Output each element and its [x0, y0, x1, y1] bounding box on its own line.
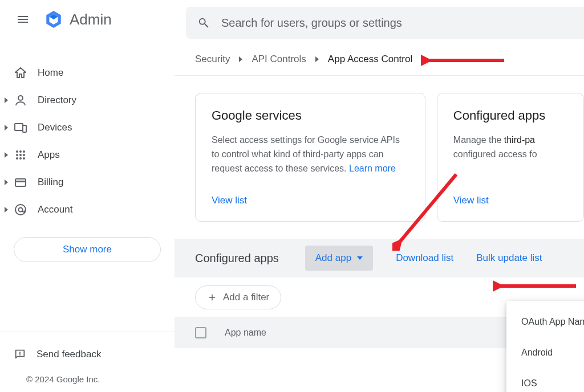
svg-rect-5	[23, 125, 26, 132]
card-configured-apps: Configured apps Manage the third-pa conf…	[437, 93, 584, 222]
view-list-link[interactable]: View list	[212, 175, 409, 206]
select-all-checkbox[interactable]	[195, 327, 206, 338]
svg-rect-15	[15, 179, 26, 186]
menu-item-ios[interactable]: IOS	[506, 368, 584, 392]
add-filter-button[interactable]: Add a filter	[195, 285, 281, 309]
sidebar-item-account[interactable]: Account	[5, 196, 170, 223]
svg-point-11	[23, 154, 25, 156]
send-feedback-button[interactable]: Send feedback	[14, 348, 161, 361]
sidebar: Home Directory Devices Apps Billing	[0, 39, 175, 392]
devices-icon	[14, 121, 27, 134]
chevron-right-icon	[3, 122, 9, 133]
sidebar-item-label: Account	[38, 204, 72, 215]
home-icon	[14, 66, 27, 80]
svg-point-17	[15, 205, 26, 215]
card-google-services: Google services Select access settings f…	[195, 93, 425, 222]
svg-point-9	[16, 154, 18, 156]
view-list-link[interactable]: View list	[453, 175, 567, 206]
chevron-right-icon	[3, 177, 9, 188]
sidebar-item-apps[interactable]: Apps	[5, 141, 170, 169]
svg-rect-20	[19, 354, 21, 356]
feedback-label: Send feedback	[36, 349, 101, 360]
svg-rect-16	[15, 181, 26, 182]
configured-apps-title: Configured apps	[195, 252, 279, 265]
svg-rect-19	[19, 352, 21, 354]
caret-down-icon	[357, 256, 363, 260]
app-title: Admin	[70, 11, 112, 28]
at-icon	[14, 203, 27, 217]
breadcrumb-security[interactable]: Security	[195, 54, 230, 65]
add-filter-label: Add a filter	[223, 292, 269, 303]
download-list-link[interactable]: Download list	[396, 252, 453, 264]
admin-logo-icon	[43, 9, 64, 30]
breadcrumb: Security API Controls App Access Control	[175, 39, 584, 76]
show-more-label: Show more	[63, 244, 112, 255]
menu-icon	[16, 13, 30, 26]
search-input[interactable]	[221, 17, 573, 30]
plus-icon	[207, 292, 217, 303]
svg-point-18	[19, 208, 23, 212]
search-bar[interactable]	[186, 7, 584, 39]
add-app-label: Add app	[315, 252, 351, 264]
sidebar-item-devices[interactable]: Devices	[5, 114, 170, 141]
chevron-right-icon	[3, 149, 9, 161]
main-content: Security API Controls App Access Control…	[175, 39, 584, 392]
card-title: Configured apps	[453, 108, 567, 123]
svg-point-13	[19, 157, 22, 160]
card-desc: Manage the third-pa configured access fo	[453, 133, 567, 162]
chevron-right-icon	[3, 95, 9, 106]
sidebar-item-home[interactable]: Home	[5, 59, 170, 87]
configured-apps-toolbar: Configured apps Add app Download list Bu…	[175, 239, 584, 277]
sidebar-item-label: Devices	[38, 122, 72, 133]
svg-point-6	[16, 150, 18, 153]
svg-point-3	[18, 96, 23, 100]
svg-point-14	[23, 157, 25, 160]
bulk-update-list-link[interactable]: Bulk update list	[476, 252, 542, 264]
brand[interactable]: Admin	[43, 9, 112, 30]
sidebar-item-directory[interactable]: Directory	[5, 87, 170, 114]
sidebar-item-label: Billing	[38, 177, 63, 188]
apps-icon	[14, 148, 27, 162]
add-app-button[interactable]: Add app	[305, 246, 373, 271]
learn-more-link[interactable]: Learn more	[349, 164, 396, 173]
card-title: Google services	[212, 108, 409, 123]
top-header: Admin	[0, 0, 584, 39]
person-icon	[14, 93, 27, 107]
svg-point-8	[23, 150, 25, 153]
sidebar-item-billing[interactable]: Billing	[5, 169, 170, 196]
menu-item-android[interactable]: Android	[506, 337, 584, 368]
svg-rect-4	[15, 124, 23, 130]
svg-point-10	[19, 154, 22, 156]
show-more-button[interactable]: Show more	[14, 237, 161, 262]
billing-icon	[14, 175, 27, 189]
add-app-dropdown: OAuth App Name Or Client ID Android IOS	[506, 301, 584, 392]
menu-item-oauth[interactable]: OAuth App Name Or Client ID	[506, 307, 584, 337]
copyright: © 2024 Google Inc.	[14, 361, 161, 384]
chevron-right-icon	[238, 54, 244, 65]
sidebar-item-label: Apps	[38, 149, 60, 161]
nav-list: Home Directory Devices Apps Billing	[0, 59, 175, 223]
sidebar-item-label: Home	[38, 67, 63, 79]
feedback-icon	[14, 348, 26, 361]
column-header-app-name[interactable]: App name	[225, 328, 266, 338]
cards-row: Google services Select access settings f…	[175, 76, 584, 239]
card-desc: Select access settings for Google servic…	[212, 133, 409, 175]
search-icon	[197, 17, 210, 29]
hamburger-menu-button[interactable]	[9, 6, 36, 33]
breadcrumb-api-controls[interactable]: API Controls	[252, 54, 306, 65]
svg-point-7	[19, 150, 22, 153]
sidebar-item-label: Directory	[38, 95, 76, 106]
chevron-right-icon	[314, 54, 320, 65]
chevron-right-icon	[3, 204, 9, 215]
breadcrumb-current: App Access Control	[328, 54, 412, 65]
svg-point-12	[16, 157, 18, 160]
